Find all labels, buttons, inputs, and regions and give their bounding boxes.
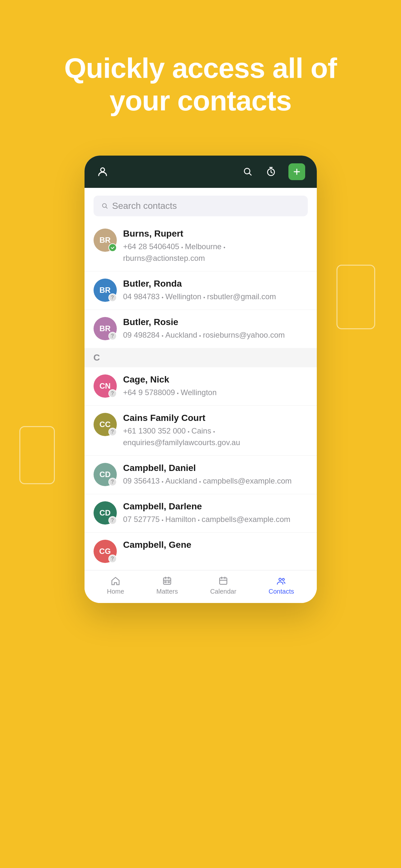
section-c: C CN ? Cage, Nick +64 9 5788009•Wellingt… — [85, 348, 317, 570]
search-icon[interactable] — [242, 166, 254, 178]
nav-contacts[interactable]: Contacts — [269, 576, 294, 595]
svg-point-8 — [279, 579, 281, 581]
contact-details: 09 498284•Auckland•rosieburns@yahoo.com — [123, 329, 308, 341]
topbar — [85, 156, 317, 188]
section-header-c: C — [85, 348, 317, 367]
avatar-wrap: CD ? — [94, 463, 117, 486]
svg-rect-4 — [164, 578, 171, 584]
calendar-icon — [219, 576, 228, 586]
contact-campbell-daniel[interactable]: CD ? Campbell, Daniel 09 356413•Auckland… — [85, 456, 317, 494]
contact-list: BR Burns, Rupert +64 28 5406405•Melbourn… — [85, 221, 317, 570]
contact-cage-nick[interactable]: CN ? Cage, Nick +64 9 5788009•Wellington — [85, 367, 317, 406]
contact-name: Campbell, Daniel — [123, 463, 308, 473]
nav-home[interactable]: Home — [107, 576, 124, 595]
svg-rect-7 — [220, 578, 227, 584]
avatar-wrap: CN ? — [94, 374, 117, 398]
avatar-wrap: CD ? — [94, 501, 117, 525]
contact-butler-ronda[interactable]: BR ? Butler, Ronda 04 984783•Wellington•… — [85, 272, 317, 310]
contact-details: +61 1300 352 000•Cains•enquiries@familyl… — [123, 425, 308, 448]
nav-calendar[interactable]: Calendar — [210, 576, 236, 595]
search-bar: Search contacts — [85, 188, 317, 221]
svg-point-0 — [101, 168, 104, 172]
contact-name: Butler, Ronda — [123, 279, 308, 289]
contact-burns-rupert[interactable]: BR Burns, Rupert +64 28 5406405•Melbourn… — [85, 221, 317, 272]
svg-rect-5 — [165, 582, 166, 583]
contact-info: Campbell, Daniel 09 356413•Auckland•camp… — [123, 463, 308, 487]
unknown-badge: ? — [108, 428, 117, 436]
contact-name: Campbell, Gene — [123, 540, 308, 550]
contact-name: Cage, Nick — [123, 374, 308, 385]
svg-point-9 — [282, 579, 284, 580]
verified-badge — [108, 243, 117, 252]
timer-icon[interactable] — [265, 166, 277, 178]
contact-details: +64 28 5406405•Melbourne•rburns@actionst… — [123, 241, 308, 264]
search-input-icon — [101, 203, 108, 210]
contact-info: Campbell, Gene — [123, 540, 308, 552]
unknown-badge: ? — [108, 293, 117, 302]
avatar-wrap: BR — [94, 228, 117, 252]
contact-campbell-darlene[interactable]: CD ? Campbell, Darlene 07 527775•Hamilto… — [85, 494, 317, 533]
home-icon — [111, 576, 120, 586]
contact-info: Butler, Ronda 04 984783•Wellington•rsbut… — [123, 279, 308, 303]
contacts-icon — [276, 576, 286, 586]
deco-rect-right — [336, 265, 375, 329]
nav-contacts-label: Contacts — [269, 588, 294, 595]
avatar-wrap: CC ? — [94, 413, 117, 436]
search-input-wrap[interactable]: Search contacts — [94, 196, 308, 216]
avatar-wrap: BR ? — [94, 279, 117, 302]
matters-icon — [162, 576, 172, 586]
contact-name: Burns, Rupert — [123, 228, 308, 239]
nav-matters[interactable]: Matters — [157, 576, 178, 595]
nav-calendar-label: Calendar — [210, 588, 236, 595]
contact-details: 09 356413•Auckland•campbells@example.com — [123, 475, 308, 487]
contact-cains-family-court[interactable]: CC ? Cains Family Court +61 1300 352 000… — [85, 406, 317, 456]
contact-info: Cage, Nick +64 9 5788009•Wellington — [123, 374, 308, 398]
person-icon[interactable] — [96, 165, 109, 178]
contact-info: Cains Family Court +61 1300 352 000•Cain… — [123, 413, 308, 448]
svg-rect-6 — [168, 582, 170, 583]
headline: Quickly access all of your contacts — [64, 52, 337, 117]
contact-info: Burns, Rupert +64 28 5406405•Melbourne•r… — [123, 228, 308, 264]
contact-details: 04 984783•Wellington•rsbutler@gmail.com — [123, 291, 308, 303]
contact-name: Cains Family Court — [123, 413, 308, 423]
bottom-nav: Home Matters Calendar — [85, 570, 317, 603]
nav-home-label: Home — [107, 588, 124, 595]
contact-butler-rosie[interactable]: BR ? Butler, Rosie 09 498284•Auckland•ro… — [85, 310, 317, 348]
unknown-badge: ? — [108, 332, 117, 340]
contact-details: 07 527775•Hamilton•campbells@example.com — [123, 514, 308, 525]
contact-info: Butler, Rosie 09 498284•Auckland•rosiebu… — [123, 317, 308, 341]
nav-matters-label: Matters — [157, 588, 178, 595]
contact-name: Campbell, Darlene — [123, 501, 308, 512]
contact-info: Campbell, Darlene 07 527775•Hamilton•cam… — [123, 501, 308, 525]
deco-rect-left — [19, 426, 55, 484]
unknown-badge: ? — [108, 478, 117, 486]
contact-campbell-gene[interactable]: CG ? Campbell, Gene — [85, 533, 317, 570]
avatar-wrap: BR ? — [94, 317, 117, 340]
section-b: BR Burns, Rupert +64 28 5406405•Melbourn… — [85, 221, 317, 348]
unknown-badge: ? — [108, 516, 117, 525]
phone-mockup: Search contacts BR Burns, Rupert + — [85, 156, 317, 603]
contact-name: Butler, Rosie — [123, 317, 308, 327]
contact-details: +64 9 5788009•Wellington — [123, 387, 308, 398]
unknown-badge: ? — [108, 389, 117, 398]
search-placeholder: Search contacts — [112, 201, 177, 211]
add-contact-button[interactable] — [289, 163, 305, 180]
avatar-wrap: CG ? — [94, 540, 117, 563]
unknown-badge: ? — [108, 555, 117, 563]
